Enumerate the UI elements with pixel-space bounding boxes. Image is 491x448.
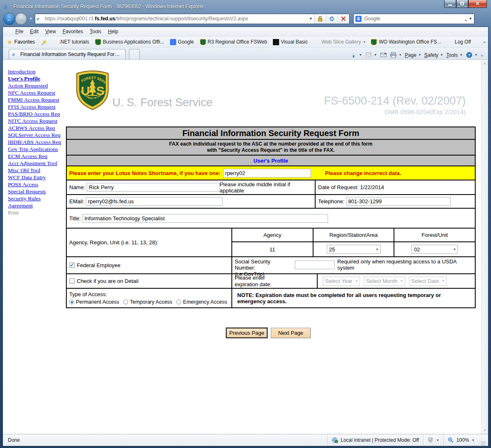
next-page-button[interactable]: Next Page (271, 328, 311, 338)
back-button[interactable]: ← (3, 13, 15, 25)
job-title-input[interactable] (83, 214, 328, 223)
sidebar-link[interactable]: ECM Access Req (8, 153, 63, 160)
stop-button[interactable] (338, 14, 349, 24)
help-button[interactable]: ? (466, 52, 473, 58)
sidebar-link[interactable]: Special Requests (8, 188, 63, 195)
feeds-button[interactable] (365, 52, 372, 58)
favorites-bar-item[interactable]: WO Washington Office FS... (371, 39, 441, 45)
form-number-block: FS-6500-214 (Rev. 02/2007) OMB 0596-0204… (324, 95, 466, 115)
search-dropdown-icon[interactable]: ▼ (469, 17, 472, 21)
safety-menu-button[interactable]: Safety (424, 52, 438, 58)
sidebar-link[interactable]: Action Requested (8, 82, 63, 89)
favorites-bar-item[interactable]: R3 Regional Office FSWeb (200, 39, 267, 45)
tools-dropdown-icon[interactable]: ▼ (459, 53, 463, 57)
menu-item[interactable]: View (42, 28, 59, 35)
print-button[interactable] (390, 52, 397, 58)
favorites-bar-item[interactable]: Web Slice Gallery (314, 39, 365, 45)
radio-button-icon[interactable] (123, 299, 128, 304)
home-dropdown-icon[interactable]: ▼ (359, 53, 362, 57)
zoom-dropdown-icon[interactable]: ▼ (472, 438, 475, 442)
expiration-date-select[interactable]: Select Date▼ (409, 277, 447, 286)
favorites-button[interactable]: Favorites (15, 39, 35, 45)
sidebar-link[interactable]: Security Rules (8, 195, 63, 202)
menu-item[interactable]: Tools (86, 28, 105, 35)
forward-button[interactable]: → (15, 13, 27, 25)
sidebar-link[interactable]: ACRWS Access Req (8, 124, 63, 131)
sidebar-link[interactable]: FMMI Access Request (8, 96, 63, 103)
search-magnifier-icon[interactable] (462, 16, 467, 22)
protected-mode-control[interactable]: ▼ (423, 434, 443, 446)
help-dropdown-icon[interactable]: ▼ (474, 53, 478, 57)
tab-title: Financial Information Security Request F… (20, 51, 122, 57)
url-input[interactable]: e https://sxabqsql001.r3.fs.fed.us/bfm/p… (35, 14, 307, 24)
email-input[interactable] (86, 197, 223, 206)
access-radio-option[interactable]: Emergency Access (176, 299, 227, 305)
telephone-input[interactable] (346, 197, 451, 206)
radio-button-icon[interactable] (176, 299, 181, 304)
new-tab-stub[interactable] (129, 49, 140, 59)
minimize-button[interactable] (444, 0, 456, 8)
sidebar-link[interactable]: PAS/BRIO Access Req (8, 110, 63, 117)
menu-item[interactable]: Edit (27, 28, 42, 35)
federal-employee-checkbox[interactable] (69, 263, 75, 268)
sidebar-link[interactable]: Acct Adjustment Tool (8, 160, 63, 167)
print-dropdown-icon[interactable]: ▼ (399, 53, 402, 57)
close-button[interactable]: ✕ (468, 0, 487, 8)
menu-item[interactable]: File (12, 28, 27, 35)
name-input[interactable] (87, 183, 220, 192)
command-overflow-icon[interactable]: » (481, 53, 483, 58)
sidebar-link[interactable]: Gov Trip Applications (8, 146, 63, 153)
expiration-date-select[interactable]: Select Year▼ (323, 277, 360, 286)
menu-item[interactable]: Help (105, 28, 122, 35)
sidebar-link[interactable]: NFC Access Request (8, 89, 63, 96)
sidebar-link[interactable]: Agreement (8, 202, 63, 209)
sidebar-link[interactable]: Misc Obl Tool (8, 167, 63, 174)
favorites-bar-item[interactable]: Business Applications Offi... (95, 39, 164, 45)
feeds-dropdown-icon[interactable]: ▼ (374, 53, 377, 57)
region-select[interactable]: 25▼ (327, 245, 381, 254)
expiration-date-select[interactable]: Select Month▼ (364, 277, 405, 286)
refresh-button[interactable] (326, 14, 338, 24)
tools-menu-button[interactable]: Tools (446, 52, 458, 58)
page-menu-button[interactable]: Page (405, 52, 416, 58)
safety-dropdown-icon[interactable]: ▼ (440, 53, 443, 57)
sidebar-link[interactable]: WCF Data Entry (8, 174, 63, 181)
vertical-scrollbar[interactable]: ▲ ▼ (481, 60, 488, 434)
scroll-up-arrow[interactable]: ▲ (481, 60, 488, 67)
address-dropdown-icon[interactable]: ▼ (307, 14, 314, 24)
zoom-control[interactable]: 100% ▼ (443, 434, 479, 446)
favorites-bar-item[interactable]: Google (170, 39, 194, 45)
access-radio-option[interactable]: Temporary Access (123, 299, 172, 305)
on-detail-checkbox[interactable] (69, 278, 75, 284)
search-box[interactable]: 8 Google ▼ (353, 14, 474, 24)
sidebar-link[interactable]: User's Profile (8, 75, 63, 82)
ssn-input[interactable] (295, 261, 335, 269)
favorites-bar-item[interactable]: Log Off (447, 39, 471, 45)
history-dropdown-icon[interactable]: ▼ (28, 17, 34, 21)
access-radio-option[interactable]: Permanent Access (69, 299, 119, 305)
sidebar-link[interactable]: Introduction (8, 68, 63, 75)
sidebar-link[interactable]: IBDB/ABS Access Req (8, 139, 63, 146)
shortname-input[interactable] (223, 169, 311, 178)
radio-button-icon[interactable] (69, 299, 74, 304)
sidebar-link[interactable]: NITC Access Request (8, 117, 63, 124)
maximize-button[interactable] (456, 0, 468, 8)
tab-active[interactable]: e Financial Information Security Request… (9, 49, 126, 59)
add-favorite-button[interactable]: ★ (42, 39, 47, 45)
sidebar-link[interactable]: POSS Access (8, 181, 63, 188)
scroll-down-arrow[interactable]: ▼ (481, 427, 488, 434)
read-mail-button[interactable] (380, 52, 387, 58)
previous-page-button[interactable]: Previous Page (226, 328, 267, 338)
resize-grip[interactable] (481, 441, 486, 446)
favorites-overflow-icon[interactable]: » (483, 39, 486, 44)
forest-select[interactable]: 02▼ (411, 245, 458, 254)
menu-item[interactable]: Favorites (59, 28, 86, 35)
security-lock-icon[interactable] (314, 14, 326, 24)
sidebar-link[interactable]: FFIS Access Request (8, 103, 63, 110)
favorites-bar-item[interactable]: .NET tutorials (51, 39, 89, 45)
privacy-dropdown-icon[interactable]: ▼ (436, 438, 439, 442)
favorites-bar-item[interactable]: Visual Basic (273, 39, 308, 45)
home-button[interactable] (350, 52, 357, 58)
sidebar-link[interactable]: SQLServer Access Req (8, 131, 63, 139)
page-dropdown-icon[interactable]: ▼ (418, 53, 421, 57)
